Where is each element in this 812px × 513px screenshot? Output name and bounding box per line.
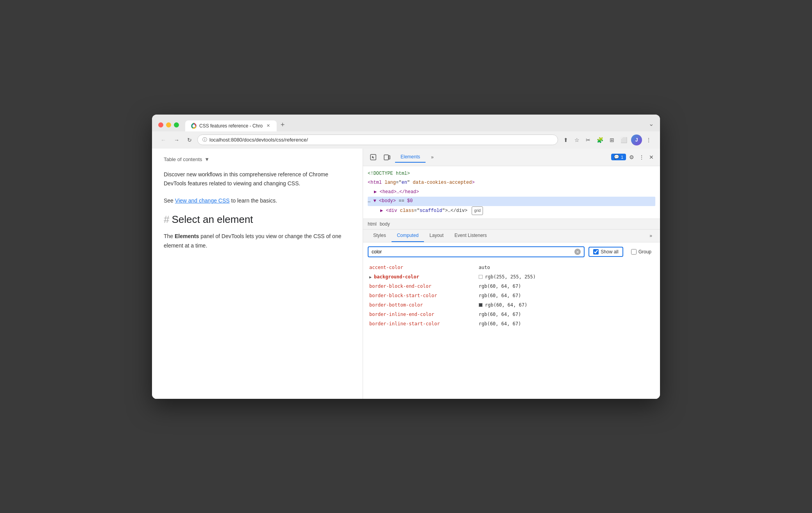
prop-value-border-bottom-color: rgb(60, 64, 67) bbox=[479, 301, 527, 309]
dom-line-html[interactable]: <html lang="en" data-cookies-accepted> bbox=[368, 178, 655, 188]
styles-tab-event-listeners[interactable]: Event Listeners bbox=[449, 230, 492, 242]
browser-tab[interactable]: CSS features reference - Chro ✕ bbox=[185, 120, 277, 131]
reload-button[interactable]: ↻ bbox=[185, 135, 194, 145]
prop-row-border-inline-end-color[interactable]: border-inline-end-color rgb(60, 64, 67) bbox=[363, 310, 660, 319]
view-css-link[interactable]: View and change CSS bbox=[175, 197, 230, 204]
html-tag: <html bbox=[368, 180, 385, 185]
intro-text: Discover new workflows in this comprehen… bbox=[164, 171, 328, 187]
prop-value-border-inline-end-color: rgb(60, 64, 67) bbox=[479, 311, 521, 318]
prop-row-background-color[interactable]: ▶ background-color rgb(255, 255, 255) bbox=[363, 272, 660, 282]
prop-name-border-inline-end-color: border-inline-end-color bbox=[369, 311, 479, 318]
show-all-label: Show all bbox=[601, 249, 618, 255]
show-all-checkbox[interactable] bbox=[593, 249, 599, 255]
dom-line-head[interactable]: ▶ <head>…</head> bbox=[368, 188, 655, 197]
minimize-window-button[interactable] bbox=[166, 122, 171, 127]
expand-arrow-background-color[interactable]: ▶ bbox=[369, 274, 372, 280]
prop-name-accent-color: accent-color bbox=[369, 264, 479, 271]
bookmark-button[interactable]: ☆ bbox=[572, 135, 582, 145]
prop-row-accent-color[interactable]: accent-color auto bbox=[363, 263, 660, 272]
breadcrumb-html[interactable]: html bbox=[368, 221, 377, 227]
devtools-panel: Elements » 💬 1 ⚙ ⋮ ✕ bbox=[363, 149, 660, 399]
devtools-close-button[interactable]: ✕ bbox=[647, 152, 655, 162]
notification-count: 1 bbox=[621, 155, 623, 160]
browser-window: CSS features reference - Chro ✕ + ⌄ ← → … bbox=[152, 115, 660, 399]
share-button[interactable]: ⬆ bbox=[561, 135, 571, 145]
profile-avatar[interactable]: J bbox=[631, 135, 642, 145]
group-container: Group bbox=[627, 248, 655, 256]
properties-list: accent-color auto ▶ background-color rgb… bbox=[363, 261, 660, 398]
filter-clear-button[interactable]: ✕ bbox=[574, 249, 581, 255]
svg-rect-4 bbox=[389, 156, 390, 159]
breadcrumb-body[interactable]: body bbox=[380, 221, 390, 227]
group-label: Group bbox=[639, 249, 651, 255]
styles-tab-more[interactable]: » bbox=[646, 230, 655, 242]
title-bar: CSS features reference - Chro ✕ + ⌄ bbox=[152, 115, 660, 131]
see-paragraph: See View and change CSS to learn the bas… bbox=[164, 196, 351, 206]
notification-badge[interactable]: 💬 1 bbox=[611, 154, 626, 160]
prop-value-border-block-end-color: rgb(60, 64, 67) bbox=[479, 283, 521, 290]
show-all-container: Show all bbox=[588, 247, 623, 257]
styles-tabs: Styles Computed Layout Event Listeners » bbox=[363, 230, 660, 242]
title-bar-right: ⌄ bbox=[649, 120, 654, 130]
styles-tab-computed[interactable]: Computed bbox=[392, 230, 424, 242]
intro-paragraph: Discover new workflows in this comprehen… bbox=[164, 170, 351, 189]
cut-icon[interactable]: ✂ bbox=[583, 135, 593, 145]
grid-badge: grid bbox=[472, 206, 483, 215]
prop-row-border-block-start-color[interactable]: border-block-start-color rgb(60, 64, 67) bbox=[363, 291, 660, 300]
toc-expand-icon[interactable]: ▼ bbox=[204, 156, 209, 162]
dom-line-div[interactable]: ▶ <div class="scaffold">…</div> grid bbox=[368, 206, 655, 216]
see-prefix: See bbox=[164, 197, 175, 204]
prop-row-border-bottom-color[interactable]: border-bottom-color rgb(60, 64, 67) bbox=[363, 300, 660, 310]
toc-bar: Table of contents ▼ bbox=[164, 156, 351, 162]
chevron-down-icon: ⌄ bbox=[649, 120, 654, 127]
window-controls bbox=[158, 122, 179, 127]
section-title: Select an element bbox=[172, 213, 253, 226]
toc-label: Table of contents bbox=[164, 156, 202, 162]
tab-title: CSS features reference - Chro bbox=[199, 123, 263, 129]
color-swatch-border-bottom[interactable] bbox=[479, 303, 483, 307]
nav-bar: ← → ↻ ⓘ ⬆ ☆ ✂ 🧩 ⊞ ⬜ J ⋮ bbox=[152, 131, 660, 149]
section-heading: # Select an element bbox=[164, 213, 351, 226]
device-toolbar-button[interactable] bbox=[382, 152, 392, 162]
tabs-row: CSS features reference - Chro ✕ + bbox=[185, 118, 646, 131]
prop-row-border-block-end-color[interactable]: border-block-end-color rgb(60, 64, 67) bbox=[363, 282, 660, 291]
more-options-button[interactable]: ⋮ bbox=[644, 135, 654, 145]
devtools-settings-button[interactable]: ⚙ bbox=[628, 152, 636, 162]
sidebar-toggle-button[interactable]: ⬜ bbox=[618, 135, 630, 145]
nav-actions: ⬆ ☆ ✂ 🧩 ⊞ ⬜ J ⋮ bbox=[561, 135, 654, 145]
prop-row-border-inline-start-color[interactable]: border-inline-start-color rgb(60, 64, 67… bbox=[363, 319, 660, 328]
styles-tab-layout[interactable]: Layout bbox=[424, 230, 449, 242]
new-tab-button[interactable]: + bbox=[277, 118, 289, 131]
extensions-button[interactable]: 🧩 bbox=[594, 135, 606, 145]
prop-name-background-color: ▶ background-color bbox=[369, 273, 479, 280]
back-button[interactable]: ← bbox=[158, 135, 168, 145]
url-input[interactable] bbox=[209, 137, 553, 143]
breadcrumb-bar: html body bbox=[363, 219, 660, 230]
devtools-more-button[interactable]: ⋮ bbox=[637, 152, 646, 162]
tab-close-button[interactable]: ✕ bbox=[265, 123, 271, 129]
forward-button[interactable]: → bbox=[172, 135, 182, 145]
group-checkbox[interactable] bbox=[631, 249, 637, 255]
close-window-button[interactable] bbox=[158, 122, 163, 127]
maximize-window-button[interactable] bbox=[174, 122, 179, 127]
color-swatch-background[interactable] bbox=[479, 275, 483, 279]
devtools-header: Elements » 💬 1 ⚙ ⋮ ✕ bbox=[363, 149, 660, 166]
prop-name-border-bottom-color: border-bottom-color bbox=[369, 301, 479, 309]
extensions2-button[interactable]: ⊞ bbox=[607, 135, 617, 145]
prop-name-border-inline-start-color: border-inline-start-color bbox=[369, 320, 479, 327]
dom-line-body[interactable]: … ▼ <body> == $0 bbox=[368, 197, 655, 206]
address-bar[interactable]: ⓘ bbox=[197, 135, 558, 145]
filter-input-container[interactable]: ✕ bbox=[368, 246, 585, 257]
filter-input[interactable] bbox=[372, 249, 572, 255]
page-content: Table of contents ▼ Discover new workflo… bbox=[152, 149, 363, 399]
hash-symbol: # bbox=[164, 213, 169, 226]
prop-name-border-block-start-color: border-block-start-color bbox=[369, 292, 479, 299]
prop-value-border-inline-start-color: rgb(60, 64, 67) bbox=[479, 320, 521, 327]
tab-elements[interactable]: Elements bbox=[395, 152, 426, 163]
elements-bold: Elements bbox=[175, 233, 199, 239]
cursor-icon bbox=[370, 154, 377, 161]
styles-tab-styles[interactable]: Styles bbox=[368, 230, 392, 242]
main-content: Table of contents ▼ Discover new workflo… bbox=[152, 149, 660, 399]
inspect-element-button[interactable] bbox=[368, 152, 379, 163]
tab-more[interactable]: » bbox=[426, 152, 439, 162]
